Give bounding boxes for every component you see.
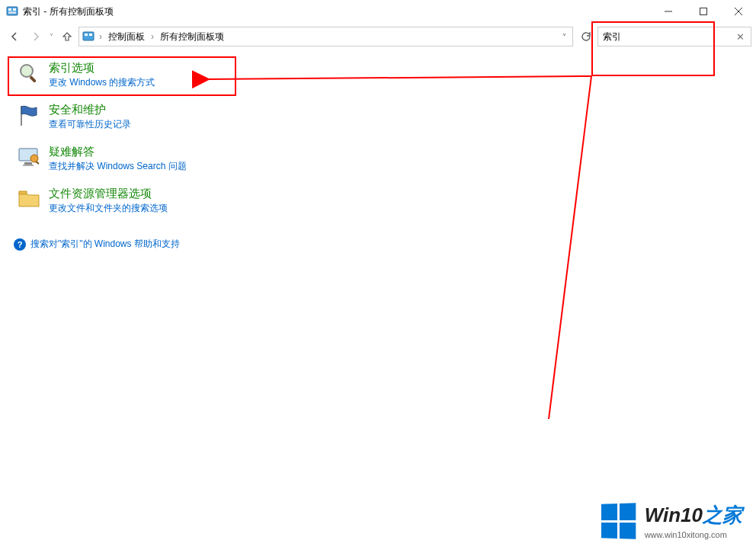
svg-rect-17 [36,161,40,165]
result-title[interactable]: 文件资源管理器选项 [49,187,168,201]
result-title[interactable]: 安全和维护 [49,103,131,117]
svg-rect-5 [700,8,707,15]
svg-rect-0 [7,7,18,15]
svg-rect-15 [23,165,34,166]
result-desc[interactable]: 查找并解决 Windows Search 问题 [49,160,187,173]
result-desc[interactable]: 查看可靠性历史记录 [49,118,131,131]
svg-point-11 [21,65,33,77]
svg-rect-18 [19,191,27,194]
breadcrumb-bar[interactable]: › 控制面板 › 所有控制面板项 ˅ [78,27,573,46]
help-icon: ? [14,238,26,251]
svg-rect-12 [29,75,37,83]
window-controls [651,0,756,23]
control-panel-icon [6,5,18,18]
svg-rect-1 [8,8,11,11]
forward-button[interactable] [26,27,46,46]
maximize-button[interactable] [686,0,721,23]
result-indexing-options[interactable]: 索引选项 更改 Windows 的搜索方式 [14,56,742,94]
search-input[interactable]: 索引 ✕ [597,27,751,46]
svg-rect-2 [13,8,16,11]
search-value: 索引 [603,30,735,43]
results-area: 索引选项 更改 Windows 的搜索方式 安全和维护 查看可靠性历史记录 [0,50,756,257]
monitor-icon [17,145,41,169]
svg-rect-10 [89,34,92,36]
recent-locations-caret[interactable]: ˅ [47,33,56,41]
svg-rect-3 [8,11,16,14]
titlebar: 索引 - 所有控制面板项 [0,0,756,23]
watermark-brand: Win10之家 [645,502,742,529]
result-title[interactable]: 疑难解答 [49,145,187,159]
result-desc[interactable]: 更改文件和文件夹的搜索选项 [49,202,168,215]
folder-icon [17,187,41,211]
up-button[interactable] [57,27,77,46]
result-security-maintenance[interactable]: 安全和维护 查看可靠性历史记录 [14,98,742,136]
svg-rect-9 [85,34,88,36]
flag-icon [17,103,41,127]
help-text: 搜索对"索引"的 Windows 帮助和支持 [30,238,180,251]
clear-search-icon[interactable]: ✕ [735,31,746,43]
result-title[interactable]: 索引选项 [49,61,155,75]
svg-rect-14 [24,162,32,165]
watermark: Win10之家 www.win10xitong.com [601,502,742,539]
magnifier-icon [17,61,41,85]
breadcrumb-separator: › [98,31,104,42]
watermark-url: www.win10xitong.com [645,530,727,539]
navigation-row: ˅ › 控制面板 › 所有控制面板项 ˅ 索引 ✕ [0,23,756,50]
help-link[interactable]: ? 搜索对"索引"的 Windows 帮助和支持 [14,238,742,251]
back-button[interactable] [5,27,24,46]
breadcrumb-dropdown-caret[interactable]: ˅ [562,33,569,41]
svg-rect-8 [83,32,94,40]
result-troubleshooting[interactable]: 疑难解答 查找并解决 Windows Search 问题 [14,140,742,177]
refresh-button[interactable] [576,27,596,46]
windows-logo-icon [601,503,636,539]
window-title: 索引 - 所有控制面板项 [23,5,651,18]
minimize-button[interactable] [651,0,686,23]
result-desc[interactable]: 更改 Windows 的搜索方式 [49,76,155,89]
breadcrumb-current[interactable]: 所有控制面板项 [159,30,226,43]
breadcrumb-separator: › [149,31,155,42]
control-panel-icon [82,30,94,43]
result-file-explorer-options[interactable]: 文件资源管理器选项 更改文件和文件夹的搜索选项 [14,182,742,219]
close-button[interactable] [721,0,756,23]
breadcrumb-root[interactable]: 控制面板 [107,30,146,43]
